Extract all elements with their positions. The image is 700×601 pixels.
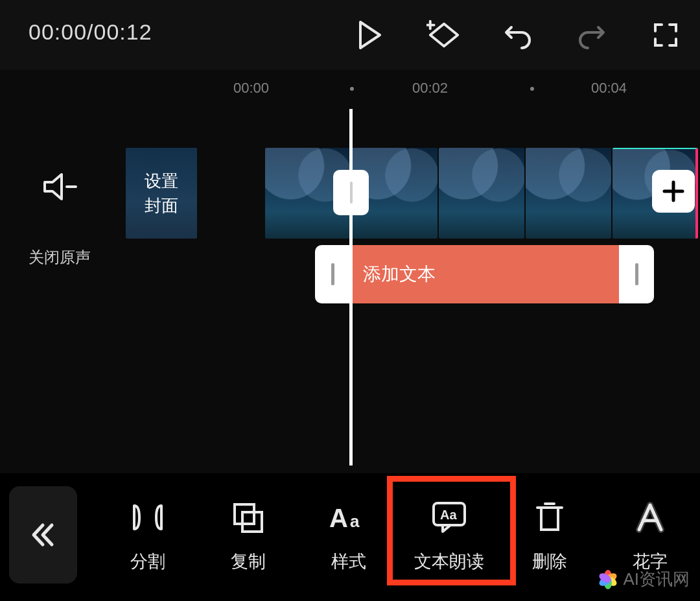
ruler-dot: [350, 87, 354, 91]
fullscreen-icon[interactable]: [648, 18, 683, 53]
chevron-double-left-icon: [29, 520, 58, 550]
ruler-tick-label: 00:04: [591, 80, 627, 97]
mute-label: 关闭原声: [21, 247, 99, 268]
tool-delete[interactable]: 删除: [499, 482, 600, 593]
bottom-toolbar: 分割 复制 A a 样式: [0, 473, 700, 601]
tool-label: 文本朗读: [414, 550, 484, 573]
mute-original-audio[interactable]: 关闭原声: [21, 171, 99, 268]
video-editor-root: 00:00/00:12: [0, 0, 700, 601]
play-icon[interactable]: [353, 18, 388, 53]
tool-copy[interactable]: 复制: [198, 482, 298, 593]
tool-label: 删除: [532, 550, 567, 573]
text-clip-body[interactable]: 添加文本: [350, 245, 619, 303]
watermark: AI资讯网: [598, 568, 690, 591]
speaker-icon: [42, 171, 77, 203]
artfont-icon: [634, 502, 666, 533]
clip-thumb[interactable]: [439, 148, 524, 239]
split-icon: [130, 502, 165, 533]
cover-tile-label: 设置 封面: [145, 169, 178, 218]
tool-style[interactable]: A a 样式: [298, 482, 399, 593]
svg-text:Aa: Aa: [440, 508, 457, 522]
top-icon-group: [353, 0, 683, 70]
svg-text:A: A: [329, 504, 348, 532]
text-clip-handle-right[interactable]: [619, 245, 654, 303]
time-ruler[interactable]: 00:00 00:02 00:04: [0, 70, 700, 106]
plus-icon: [660, 178, 686, 204]
text-clip[interactable]: 添加文本: [315, 245, 654, 303]
top-bar: 00:00/00:12: [0, 0, 700, 70]
watermark-flower-icon: [598, 570, 618, 589]
playhead-knob[interactable]: [333, 170, 369, 215]
keyframe-add-icon[interactable]: [426, 18, 461, 53]
watermark-text: AI资讯网: [623, 568, 690, 591]
svg-rect-0: [235, 504, 254, 524]
back-button[interactable]: [9, 486, 77, 583]
text-clip-label: 添加文本: [363, 262, 436, 287]
svg-rect-1: [242, 512, 262, 532]
playhead-line[interactable]: [349, 109, 353, 465]
copy-icon: [232, 502, 264, 533]
tts-icon: Aa: [430, 502, 469, 533]
tool-text-to-speech[interactable]: Aa 文本朗读: [399, 482, 499, 593]
undo-icon[interactable]: [500, 18, 535, 53]
ruler-dot: [530, 87, 534, 91]
ruler-tick-label: 00:00: [233, 80, 269, 97]
text-clip-handle-left[interactable]: [315, 245, 350, 303]
ruler-tick-label: 00:02: [412, 80, 448, 97]
svg-text:a: a: [350, 512, 360, 531]
style-icon: A a: [329, 502, 368, 533]
tool-label: 样式: [331, 550, 366, 573]
video-clip-row[interactable]: [265, 148, 698, 239]
tool-label: 复制: [231, 550, 266, 573]
clip-thumb[interactable]: [526, 148, 611, 239]
set-cover-tile[interactable]: 设置 封面: [126, 148, 197, 239]
timeline-area[interactable]: 关闭原声 设置 封面 添加文本: [0, 106, 700, 473]
add-clip-button[interactable]: [652, 170, 695, 213]
trash-icon: [535, 502, 565, 533]
tool-label: 分割: [130, 550, 165, 573]
redo-icon[interactable]: [574, 18, 609, 53]
time-counter: 00:00/00:12: [29, 19, 152, 45]
tool-split[interactable]: 分割: [97, 482, 198, 593]
